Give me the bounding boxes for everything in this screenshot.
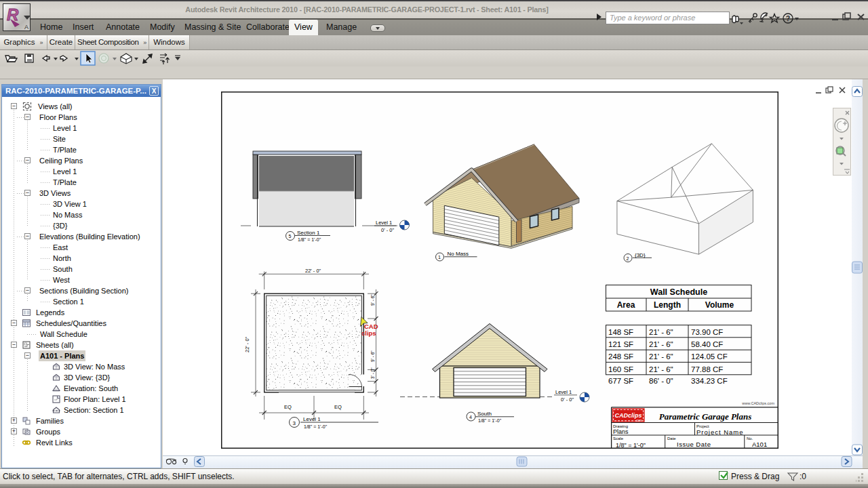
svg-text:Scale: Scale — [613, 436, 624, 441]
svg-text:www.CADclips.com: www.CADclips.com — [741, 401, 774, 405]
svg-text:Parametric Garage Plans: Parametric Garage Plans — [659, 411, 752, 422]
svg-text:21' - 6": 21' - 6" — [649, 328, 673, 336]
svg-text:clips: clips — [361, 329, 376, 337]
svg-text:EQ: EQ — [284, 404, 292, 410]
svg-text:{3D}: {3D} — [635, 252, 646, 258]
svg-text:South: South — [477, 411, 492, 417]
svg-text:Wall Schedule: Wall Schedule — [650, 287, 707, 297]
svg-text:Level 1: Level 1 — [303, 416, 321, 422]
svg-text:3' - 0": 3' - 0" — [370, 367, 375, 379]
svg-text:0' - 0": 0' - 0" — [561, 396, 574, 403]
svg-text:334.23 CF: 334.23 CF — [691, 377, 728, 385]
svg-text:Area: Area — [617, 300, 635, 310]
svg-text:677 SF: 677 SF — [608, 377, 633, 385]
svg-text:1/8" = 1'-0": 1/8" = 1'-0" — [298, 237, 321, 242]
svg-text:21' - 6": 21' - 6" — [649, 365, 673, 373]
svg-text:160 SF: 160 SF — [608, 365, 633, 373]
svg-text:Volume: Volume — [705, 300, 734, 310]
svg-text:58.40 CF: 58.40 CF — [691, 340, 723, 348]
svg-text:4: 4 — [469, 415, 472, 420]
svg-text:121 SF: 121 SF — [608, 340, 633, 348]
svg-text:CADclips: CADclips — [615, 412, 642, 419]
svg-text:Length: Length — [654, 300, 681, 310]
svg-text:9' - 6": 9' - 6" — [370, 350, 375, 362]
svg-text:73.90 CF: 73.90 CF — [691, 328, 723, 336]
svg-text:Level 1: Level 1 — [376, 220, 392, 226]
svg-text:2: 2 — [627, 256, 629, 261]
svg-text:1/8" = 1'-0": 1/8" = 1'-0" — [304, 424, 328, 429]
svg-text:0' - 0": 0' - 0" — [381, 227, 394, 233]
svg-text:3: 3 — [293, 420, 296, 426]
svg-text:Level 1: Level 1 — [555, 389, 572, 395]
svg-text:No Mass: No Mass — [448, 251, 469, 257]
svg-text:EQ: EQ — [334, 404, 342, 410]
svg-text:86' - 0": 86' - 0" — [649, 377, 673, 385]
svg-text:22' - 0": 22' - 0" — [305, 268, 321, 274]
svg-text:1/8" = 1'-0": 1/8" = 1'-0" — [478, 418, 502, 423]
svg-text:21' - 6": 21' - 6" — [649, 352, 673, 361]
svg-text:5: 5 — [289, 234, 292, 239]
svg-text:Plans: Plans — [613, 428, 629, 435]
svg-text:Drawing: Drawing — [613, 424, 628, 428]
svg-text:1/8" = 1'-0": 1/8" = 1'-0" — [616, 442, 646, 449]
svg-text:1: 1 — [438, 255, 441, 260]
svg-text:77.88 CF: 77.88 CF — [691, 365, 723, 373]
svg-text:Date: Date — [667, 436, 676, 441]
svg-text:Issue Date: Issue Date — [677, 441, 711, 448]
svg-text:Project Name: Project Name — [696, 428, 744, 436]
svg-text:248 SF: 248 SF — [608, 352, 633, 361]
svg-text:Section 1: Section 1 — [297, 230, 320, 236]
svg-text:22' - 0": 22' - 0" — [244, 336, 250, 352]
svg-text:9' - 6": 9' - 6" — [370, 294, 375, 306]
svg-text:148 SF: 148 SF — [608, 328, 633, 336]
svg-text:124.05 CF: 124.05 CF — [691, 352, 728, 361]
svg-text:21' - 6": 21' - 6" — [649, 340, 673, 348]
svg-text:.com: .com — [635, 419, 642, 422]
svg-text:?: ? — [786, 14, 790, 22]
svg-text:A101: A101 — [752, 441, 767, 448]
